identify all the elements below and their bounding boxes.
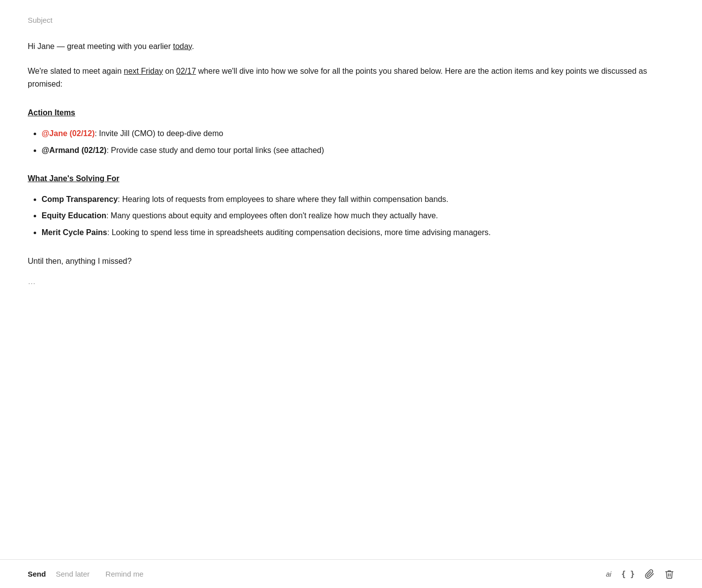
solving-for-heading: What Jane's Solving For [28,172,674,185]
solving-term-3: Merit Cycle Pains [42,228,107,237]
greeting-paragraph: Hi Jane — great meeting with you earlier… [28,40,674,53]
solving-item-1: Comp Transparency: Hearing lots of reque… [42,193,674,206]
action-item-2: @Armand (02/12): Provide case study and … [42,144,674,157]
action-items-heading: Action Items [28,106,674,119]
mention-armand: @Armand (02/12) [42,146,106,154]
solving-for-list: Comp Transparency: Hearing lots of reque… [42,193,674,239]
code-braces-button[interactable]: { } [621,570,635,579]
solving-item-1-text: : Hearing lots of requests from employee… [118,195,449,203]
toolbar-left-actions: Send Send later Remind me [28,568,606,580]
intro-text-middle1: on [163,67,176,75]
subject-label: Subject [28,16,674,24]
email-container: Subject Hi Jane — great meeting with you… [0,0,702,559]
greeting-text-after: . [192,42,194,50]
solving-term-2: Equity Education [42,211,106,220]
ellipsis-text: … [28,275,674,288]
solving-item-3-text: : Looking to spend less time in spreadsh… [107,228,491,237]
intro-text-before: We're slated to meet again [28,67,124,75]
attachment-button[interactable] [645,569,654,579]
intro-date-link[interactable]: 02/17 [176,67,196,75]
mention-jane: @Jane (02/12) [42,129,95,138]
greeting-today-link[interactable]: today [173,42,192,50]
remind-me-button[interactable]: Remind me [100,568,150,580]
solving-item-2: Equity Education: Many questions about e… [42,209,674,222]
action-item-2-text: : Provide case study and demo tour porta… [106,146,324,154]
ai-button[interactable]: ai [606,570,611,578]
send-later-button[interactable]: Send later [50,568,96,580]
toolbar-right-actions: ai { } [606,569,674,579]
email-body: Hi Jane — great meeting with you earlier… [28,40,674,559]
intro-paragraph: We're slated to meet again next Friday o… [28,65,674,91]
action-item-1-text: : Invite Jill (CMO) to deep-dive demo [95,129,223,138]
email-toolbar: Send Send later Remind me ai { } [0,559,702,588]
action-items-list: @Jane (02/12): Invite Jill (CMO) to deep… [42,127,674,156]
delete-button[interactable] [664,569,674,579]
solving-item-3: Merit Cycle Pains: Looking to spend less… [42,226,674,239]
solving-item-2-text: : Many questions about equity and employ… [106,211,438,220]
action-item-1: @Jane (02/12): Invite Jill (CMO) to deep… [42,127,674,140]
intro-next-friday-link[interactable]: next Friday [124,67,163,75]
solving-term-1: Comp Transparency [42,195,118,203]
greeting-text-before: Hi Jane — great meeting with you earlier [28,42,173,50]
closing-text: Until then, anything I missed? [28,255,674,268]
send-button[interactable]: Send [28,568,46,580]
